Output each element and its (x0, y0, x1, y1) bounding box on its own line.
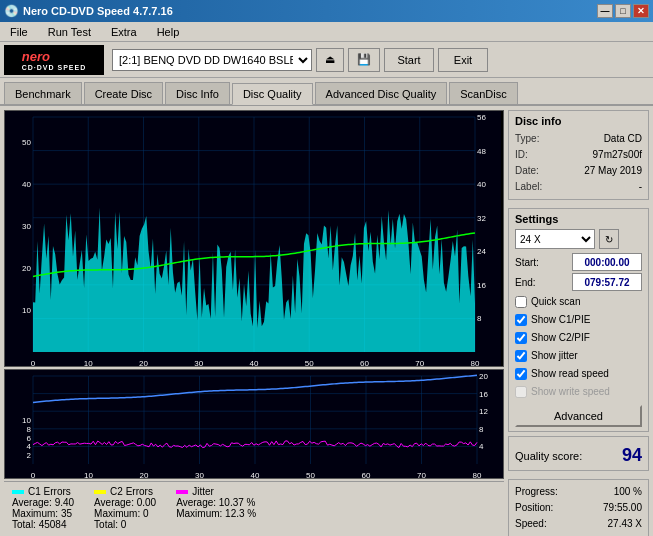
minimize-button[interactable]: — (597, 4, 613, 18)
quick-scan-checkbox[interactable] (515, 296, 527, 308)
quick-scan-row: Quick scan (515, 293, 642, 311)
save-button[interactable]: 💾 (348, 48, 380, 72)
logo-nero: nero (22, 49, 50, 64)
app-icon: 💿 (4, 4, 19, 18)
drive-select[interactable]: [2:1] BENQ DVD DD DW1640 BSLB (112, 49, 312, 71)
maximize-button[interactable]: □ (615, 4, 631, 18)
show-c2-checkbox[interactable] (515, 332, 527, 344)
c1-total: Total: 45084 (12, 519, 74, 530)
position-label: Position: (515, 500, 553, 516)
c1-average: Average: 9.40 (12, 497, 74, 508)
show-jitter-checkbox[interactable] (515, 350, 527, 362)
toolbar: nero CD·DVD SPEED [2:1] BENQ DVD DD DW16… (0, 42, 653, 78)
advanced-button[interactable]: Advanced (515, 405, 642, 427)
type-value: Data CD (604, 131, 642, 147)
id-row: ID: 97m27s00f (515, 147, 642, 163)
tab-disc-info[interactable]: Disc Info (165, 82, 230, 104)
show-c1-checkbox[interactable] (515, 314, 527, 326)
title-bar-left: 💿 Nero CD-DVD Speed 4.7.7.16 (4, 4, 173, 18)
show-jitter-label: Show jitter (531, 347, 578, 365)
title-bar-controls[interactable]: — □ ✕ (597, 4, 649, 18)
menu-run-test[interactable]: Run Test (42, 24, 97, 40)
tab-scan-disc[interactable]: ScanDisc (449, 82, 517, 104)
eject-button[interactable]: ⏏ (316, 48, 344, 72)
quality-panel: Quality score: 94 (508, 436, 649, 471)
date-value: 27 May 2019 (584, 163, 642, 179)
show-read-speed-checkbox[interactable] (515, 368, 527, 380)
label-row: Label: - (515, 179, 642, 195)
show-c1-label: Show C1/PIE (531, 311, 590, 329)
menu-file[interactable]: File (4, 24, 34, 40)
c2-average: Average: 0.00 (94, 497, 156, 508)
show-read-speed-row: Show read speed (515, 365, 642, 383)
end-input[interactable] (572, 273, 642, 291)
quality-row: Quality score: 94 (515, 445, 642, 466)
start-input[interactable] (572, 253, 642, 271)
show-write-speed-row: Show write speed (515, 383, 642, 401)
legend-jitter: Jitter Average: 10.37 % Maximum: 12.3 % (176, 486, 256, 530)
show-write-speed-checkbox[interactable] (515, 386, 527, 398)
c2-total: Total: 0 (94, 519, 156, 530)
show-jitter-row: Show jitter (515, 347, 642, 365)
chart-area: C1 Errors Average: 9.40 Maximum: 35 Tota… (4, 110, 504, 534)
end-label: End: (515, 277, 536, 288)
tab-advanced-disc-quality[interactable]: Advanced Disc Quality (315, 82, 448, 104)
menu-extra[interactable]: Extra (105, 24, 143, 40)
refresh-button[interactable]: ↻ (599, 229, 619, 249)
quality-label: Quality score: (515, 450, 582, 462)
label-label: Label: (515, 179, 542, 195)
id-label: ID: (515, 147, 528, 163)
tab-create-disc[interactable]: Create Disc (84, 82, 163, 104)
end-row: End: (515, 273, 642, 291)
show-c2-label: Show C2/PIF (531, 329, 590, 347)
close-button[interactable]: ✕ (633, 4, 649, 18)
speed-row: Speed: 27.43 X (515, 516, 642, 532)
c1-maximum: Maximum: 35 (12, 508, 74, 519)
jitter-maximum: Maximum: 12.3 % (176, 508, 256, 519)
settings-title: Settings (515, 213, 642, 225)
c1-color-box (12, 490, 24, 494)
legend-c2: C2 Errors Average: 0.00 Maximum: 0 Total… (94, 486, 156, 530)
start-button[interactable]: Start (384, 48, 434, 72)
title-bar: 💿 Nero CD-DVD Speed 4.7.7.16 — □ ✕ (0, 0, 653, 22)
progress-label: Progress: (515, 484, 558, 500)
legend-c1: C1 Errors Average: 9.40 Maximum: 35 Tota… (12, 486, 74, 530)
logo-subtitle: CD·DVD SPEED (22, 64, 87, 71)
position-row: Position: 79:55.00 (515, 500, 642, 516)
top-chart-canvas (5, 111, 501, 367)
right-panel: Disc info Type: Data CD ID: 97m27s00f Da… (508, 110, 649, 534)
tab-benchmark[interactable]: Benchmark (4, 82, 82, 104)
show-write-speed-label: Show write speed (531, 383, 610, 401)
c2-label: C2 Errors (110, 486, 153, 497)
tab-disc-quality[interactable]: Disc Quality (232, 83, 313, 105)
position-value: 79:55.00 (603, 500, 642, 516)
show-c2-row: Show C2/PIF (515, 329, 642, 347)
progress-row: Progress: 100 % (515, 484, 642, 500)
top-chart (4, 110, 504, 367)
tab-bar: Benchmark Create Disc Disc Info Disc Qua… (0, 78, 653, 106)
menu-help[interactable]: Help (151, 24, 186, 40)
menu-bar: File Run Test Extra Help (0, 22, 653, 42)
progress-panel: Progress: 100 % Position: 79:55.00 Speed… (508, 479, 649, 536)
jitter-label: Jitter (192, 486, 214, 497)
app-title: Nero CD-DVD Speed 4.7.7.16 (23, 5, 173, 17)
type-row: Type: Data CD (515, 131, 642, 147)
date-row: Date: 27 May 2019 (515, 163, 642, 179)
speed-select[interactable]: 24 X (515, 229, 595, 249)
id-value: 97m27s00f (593, 147, 642, 163)
c1-label: C1 Errors (28, 486, 71, 497)
speed-label: Speed: (515, 516, 547, 532)
legend-area: C1 Errors Average: 9.40 Maximum: 35 Tota… (4, 481, 504, 534)
progress-value: 100 % (614, 484, 642, 500)
bottom-chart-canvas (5, 370, 503, 479)
bottom-chart (4, 369, 504, 479)
disc-info-panel: Disc info Type: Data CD ID: 97m27s00f Da… (508, 110, 649, 200)
quick-scan-label: Quick scan (531, 293, 580, 311)
c2-color-box (94, 490, 106, 494)
settings-panel: Settings 24 X ↻ Start: End: Quick scan (508, 208, 649, 432)
start-label: Start: (515, 257, 539, 268)
exit-button[interactable]: Exit (438, 48, 488, 72)
disc-info-title: Disc info (515, 115, 642, 127)
jitter-average: Average: 10.37 % (176, 497, 256, 508)
speed-value: 27.43 X (608, 516, 642, 532)
